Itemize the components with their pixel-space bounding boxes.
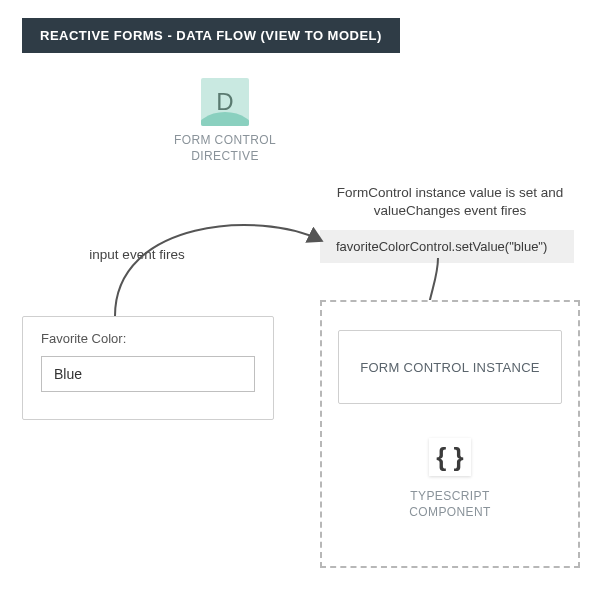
ts-label-line2: COMPONENT bbox=[409, 505, 491, 519]
ts-label-line1: TYPESCRIPT bbox=[410, 489, 489, 503]
braces-icon: { } bbox=[429, 438, 471, 476]
directive-badge: D bbox=[201, 78, 249, 126]
caption-set-value: FormControl instance value is set and va… bbox=[325, 184, 575, 220]
input-card: Favorite Color: Blue bbox=[22, 316, 274, 420]
typescript-component-panel: FORM CONTROL INSTANCE { } TYPESCRIPT COM… bbox=[320, 300, 580, 568]
typescript-component-label: TYPESCRIPT COMPONENT bbox=[388, 488, 512, 520]
favorite-color-input[interactable]: Blue bbox=[41, 356, 255, 392]
input-value: Blue bbox=[54, 366, 82, 382]
directive-label-line1: FORM CONTROL bbox=[174, 133, 276, 147]
directive-badge-letter: D bbox=[216, 88, 233, 116]
input-label: Favorite Color: bbox=[41, 331, 255, 346]
caption-input-event: input event fires bbox=[82, 246, 192, 264]
directive-label: FORM CONTROL DIRECTIVE bbox=[171, 132, 279, 164]
directive-label-line2: DIRECTIVE bbox=[191, 149, 259, 163]
diagram-title: REACTIVE FORMS - DATA FLOW (VIEW TO MODE… bbox=[22, 18, 400, 53]
form-control-instance-box: FORM CONTROL INSTANCE bbox=[338, 330, 562, 404]
code-chip-setvalue: favoriteColorControl.setValue("blue") bbox=[320, 230, 574, 263]
